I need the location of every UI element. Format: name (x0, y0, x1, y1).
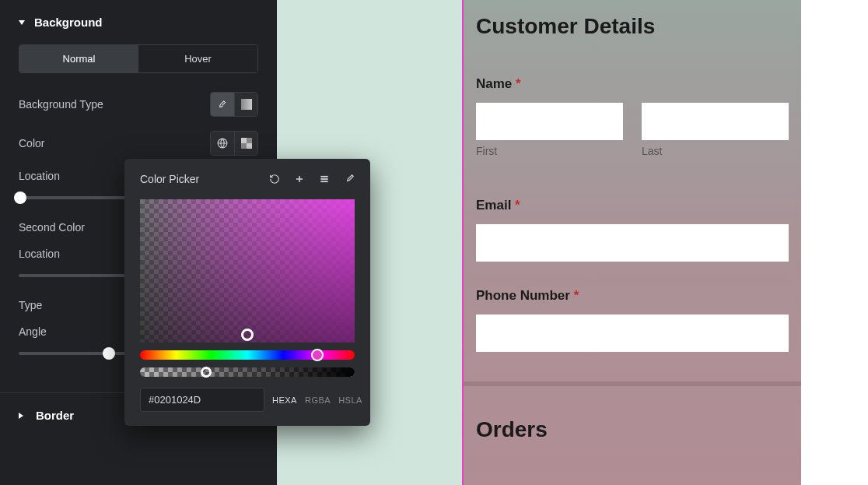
email-label-text: Email (476, 198, 511, 213)
color-buttons (210, 131, 258, 156)
form-section-divider (464, 381, 801, 386)
svg-rect-4 (247, 143, 252, 149)
format-hexa[interactable]: HEXA (272, 395, 297, 405)
svg-rect-6 (320, 178, 327, 180)
orders-heading: Orders (476, 417, 789, 442)
email-input[interactable] (476, 224, 789, 262)
sat-value-overlay (140, 199, 355, 343)
label-color: Color (19, 137, 210, 149)
phone-label-text: Phone Number (476, 288, 570, 303)
picker-header-icons (269, 174, 355, 185)
phone-label: Phone Number * (476, 288, 789, 304)
tab-normal[interactable]: Normal (19, 45, 138, 72)
svg-rect-5 (320, 176, 327, 177)
hue-slider[interactable] (140, 350, 355, 360)
background-type-buttons (210, 92, 258, 117)
last-sublabel: Last (642, 145, 789, 157)
picker-title: Color Picker (140, 173, 199, 185)
email-label: Email * (476, 198, 789, 213)
alpha-gradient (140, 367, 355, 377)
label-background-type: Background Type (19, 98, 210, 111)
svg-rect-7 (320, 181, 327, 182)
swatches-icon[interactable] (319, 174, 330, 185)
name-row: First Last (476, 103, 789, 176)
angle-handle[interactable] (103, 347, 115, 360)
row-background-type: Background Type (19, 92, 258, 117)
color-swatch-button[interactable] (234, 132, 257, 155)
brush-icon (217, 99, 228, 110)
form-heading: Customer Details (476, 14, 789, 39)
first-name-input[interactable] (476, 103, 623, 140)
first-name-col: First (476, 103, 623, 176)
section-header-background[interactable]: Background (0, 0, 277, 44)
required-asterisk: * (515, 198, 520, 213)
hex-input[interactable] (140, 388, 264, 412)
gradient-icon (241, 99, 252, 110)
global-color-button[interactable] (211, 132, 234, 155)
gradient-bg-button[interactable] (234, 93, 257, 116)
format-rgba[interactable]: RGBA (305, 395, 331, 405)
name-label: Name * (476, 76, 789, 92)
row-color: Color (19, 131, 258, 156)
alpha-cursor[interactable] (201, 367, 212, 378)
reset-icon[interactable] (269, 174, 280, 185)
section-title: Background (34, 16, 103, 29)
name-label-text: Name (476, 76, 512, 91)
color-picker-popover: Color Picker (124, 159, 370, 426)
first-sublabel: First (476, 145, 623, 157)
format-hsla[interactable]: HSLA (338, 395, 362, 405)
phone-field-block: Phone Number * (476, 288, 789, 357)
transparency-icon (241, 138, 252, 149)
picker-header: Color Picker (124, 159, 370, 199)
add-icon[interactable] (294, 174, 305, 185)
globe-icon (217, 138, 228, 149)
name-field-block: Name * First Last (476, 76, 789, 176)
picker-footer: HEXA RGBA HSLA (124, 377, 370, 426)
state-tabs: Normal Hover (19, 44, 258, 73)
tab-hover[interactable]: Hover (138, 45, 257, 72)
saturation-cursor[interactable] (241, 329, 254, 341)
chevron-right-icon (19, 413, 26, 419)
svg-rect-0 (241, 99, 252, 110)
location1-handle[interactable] (14, 192, 26, 204)
section-title-border: Border (36, 409, 74, 422)
last-name-col: Last (642, 103, 789, 176)
eyedropper-icon[interactable] (344, 174, 355, 185)
style-sidebar: Background Normal Hover Background Type … (0, 0, 277, 485)
alpha-slider[interactable] (140, 367, 355, 377)
chevron-down-icon (19, 20, 25, 25)
required-asterisk: * (516, 76, 521, 91)
email-field-block: Email * (476, 198, 789, 266)
last-name-input[interactable] (642, 103, 789, 140)
saturation-area[interactable] (140, 199, 355, 343)
phone-input[interactable] (476, 315, 789, 352)
form-container: Customer Details Name * First Last Email (462, 0, 801, 485)
hue-cursor[interactable] (311, 349, 324, 361)
classic-bg-button[interactable] (211, 93, 234, 116)
required-asterisk: * (574, 288, 579, 303)
svg-rect-3 (241, 138, 247, 143)
